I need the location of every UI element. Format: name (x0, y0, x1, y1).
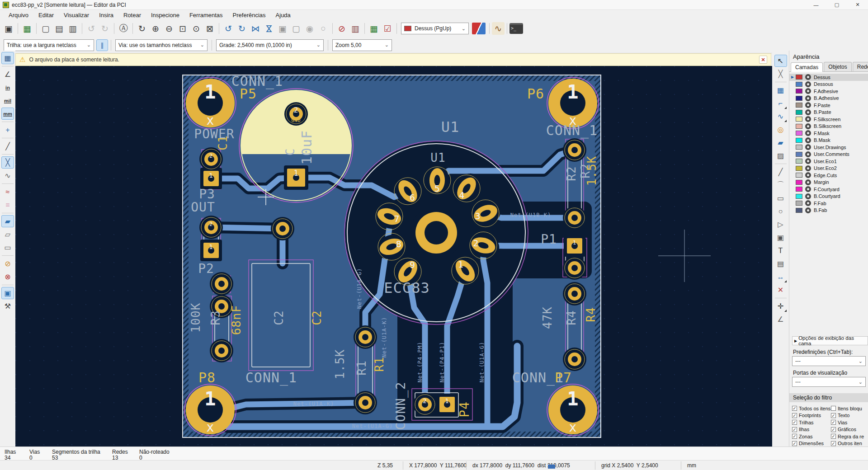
visibility-eye-icon[interactable] (805, 102, 811, 108)
tune-length-tool-icon[interactable]: ∿ (774, 110, 787, 122)
checkbox[interactable]: ✓ (792, 420, 797, 425)
zone-hide-mode-icon[interactable]: ▭ (1, 241, 14, 254)
add-via-tool-icon[interactable]: ◎ (774, 123, 787, 136)
filter-checkbox-itens-bloqu[interactable]: Itens bloqu (831, 405, 868, 412)
units-mils-icon[interactable]: mil (1, 94, 14, 107)
layer-color-swatch[interactable] (796, 187, 802, 192)
checkbox[interactable]: ✓ (792, 441, 797, 446)
layer-row-f.courtyard[interactable]: F.Courtyard (789, 186, 868, 193)
layer-color-swatch[interactable] (796, 138, 802, 143)
viewports-select[interactable]: ---⌄ (792, 377, 866, 387)
visibility-eye-icon[interactable] (805, 179, 811, 185)
highlight-net-tool-icon[interactable]: ╳ (774, 68, 787, 80)
presets-select[interactable]: ---⌄ (792, 356, 866, 366)
layer-row-user.eco1[interactable]: User.Eco1 (789, 158, 868, 165)
checkbox[interactable]: ✓ (831, 413, 836, 418)
filter-checkbox-zonas[interactable]: ✓Zonas (792, 433, 831, 440)
filter-checkbox-dimensões[interactable]: ✓Dimensões (792, 440, 831, 447)
curved-ratsnest-icon[interactable]: ∿ (1, 169, 14, 182)
filter-checkbox-footprints[interactable]: ✓Footprints (792, 412, 831, 419)
checkbox[interactable]: ✓ (831, 420, 836, 425)
via-size-select[interactable]: Via: use os tamanhos netclass⌄ (115, 39, 208, 51)
interactive-router-settings-button[interactable]: ∿ (492, 22, 505, 35)
layer-color-swatch[interactable] (796, 166, 802, 171)
layer-color-swatch[interactable] (796, 96, 802, 101)
layer-row-dessus[interactable]: ▶Dessus (789, 74, 868, 81)
net-color-mode-icon[interactable]: ≈ (1, 186, 14, 198)
draw-circle-tool-icon[interactable]: ○ (774, 205, 787, 217)
layer-row-user.comments[interactable]: User.Comments (789, 151, 868, 158)
checkbox[interactable]: ✓ (831, 434, 836, 439)
visibility-eye-icon[interactable] (805, 123, 811, 129)
select-tool-icon[interactable]: ↖ (774, 55, 787, 67)
layer-color-swatch[interactable] (796, 117, 802, 122)
layer-color-swatch[interactable] (796, 82, 802, 87)
visibility-eye-icon[interactable] (805, 207, 811, 213)
zone-outline-mode-icon[interactable]: ▱ (1, 228, 14, 240)
layer-row-f.paste[interactable]: F.Paste (789, 102, 868, 109)
menu-insira[interactable]: Insira (94, 11, 118, 19)
visibility-eye-icon[interactable] (805, 165, 811, 171)
show-ratsnest-icon[interactable]: ╳ (1, 156, 14, 169)
layer-row-b.silkscreen[interactable]: B.Silkscreen (789, 123, 868, 130)
visibility-eye-icon[interactable] (805, 137, 811, 143)
route-tracks-tool-icon[interactable]: ⌐ (774, 97, 787, 109)
plot-button[interactable]: ▥ (66, 22, 79, 35)
layer-row-edge.cuts[interactable]: Edge.Cuts (789, 172, 868, 179)
layer-color-swatch[interactable] (796, 208, 802, 213)
close-icon[interactable]: ✕ (759, 56, 767, 64)
add-rule-area-tool-icon[interactable]: ▨ (774, 150, 787, 162)
layer-pair-toggle[interactable] (472, 23, 486, 34)
layer-color-swatch[interactable] (796, 152, 802, 157)
drc-button[interactable]: ☑ (381, 22, 394, 35)
layers-manager-toggle-icon[interactable]: ▣ (1, 287, 14, 299)
properties-panel-icon[interactable]: ⚒ (1, 300, 14, 312)
add-dimension-tool-icon[interactable]: ↔ (774, 271, 787, 283)
menu-inspecione[interactable]: Inspecione (146, 11, 184, 19)
visibility-eye-icon[interactable] (805, 81, 811, 87)
layer-row-b.paste[interactable]: B.Paste (789, 109, 868, 116)
origin-tool-icon[interactable]: ✛ (774, 300, 787, 312)
layer-color-swatch[interactable] (796, 145, 802, 150)
sketch-tracks-icon[interactable]: ⊗ (1, 271, 14, 283)
draw-polygon-tool-icon[interactable]: ▷ (774, 218, 787, 230)
ungroup-button[interactable]: ▢ (290, 22, 302, 35)
checkbox[interactable]: ✓ (792, 406, 797, 411)
layer-row-margin[interactable]: Margin (789, 179, 868, 186)
units-mm-icon[interactable]: mm (1, 108, 14, 120)
update-pcb-from-schematic-button[interactable]: ▦ (368, 22, 380, 35)
checkbox[interactable]: ✓ (792, 413, 797, 418)
rotate-ccw-button[interactable]: ↺ (222, 22, 235, 35)
filter-checkbox-texto[interactable]: ✓Texto (831, 412, 868, 419)
find-button[interactable]: Ⓐ (117, 22, 130, 35)
measure-tool-icon[interactable]: ∠ (774, 313, 787, 325)
filter-checkbox-gráficos[interactable]: ✓Gráficos (831, 426, 868, 433)
zoom-objects-button[interactable]: ⊙ (190, 22, 203, 35)
menu-editar[interactable]: Editar (33, 11, 59, 19)
maximize-button[interactable]: ▢ (826, 0, 847, 10)
menu-ajuda[interactable]: Ajuda (271, 11, 296, 19)
library-browser-button[interactable]: ▥ (349, 22, 362, 35)
visibility-eye-icon[interactable] (805, 144, 811, 150)
cursor-shape-icon[interactable]: + (1, 124, 14, 136)
sketch-pads-icon[interactable]: ⊘ (1, 258, 14, 270)
zoom-in-button[interactable]: ⊕ (149, 22, 162, 35)
visibility-eye-icon[interactable] (805, 193, 811, 199)
filter-checkbox-trilhas[interactable]: ✓Trilhas (792, 419, 831, 426)
scripting-console-button[interactable]: >_ (509, 23, 523, 34)
layer-row-f.mask[interactable]: F.Mask (789, 130, 868, 137)
units-inches-icon[interactable]: in (1, 81, 14, 94)
free-angle-icon[interactable]: ╱ (1, 140, 14, 152)
flip-vertical-button[interactable]: ⋈ (263, 22, 275, 35)
layer-row-b.fab[interactable]: B.Fab (789, 207, 868, 214)
polar-coords-icon[interactable]: ∠ (1, 68, 14, 80)
footprint-checker-button[interactable]: ⊘ (335, 22, 348, 35)
board-setup-button[interactable]: ▦ (21, 22, 33, 35)
group-button[interactable]: ▣ (276, 22, 289, 35)
page-settings-button[interactable]: ▢ (39, 22, 52, 35)
layer-color-swatch[interactable] (796, 75, 802, 80)
filter-checkbox-regra-da-re[interactable]: ✓Regra da re (831, 433, 868, 440)
add-image-tool-icon[interactable]: ▣ (774, 231, 787, 244)
flip-horizontal-button[interactable]: ⋈ (249, 22, 262, 35)
filter-checkbox-outros-iten[interactable]: ✓Outros iten (831, 440, 868, 447)
